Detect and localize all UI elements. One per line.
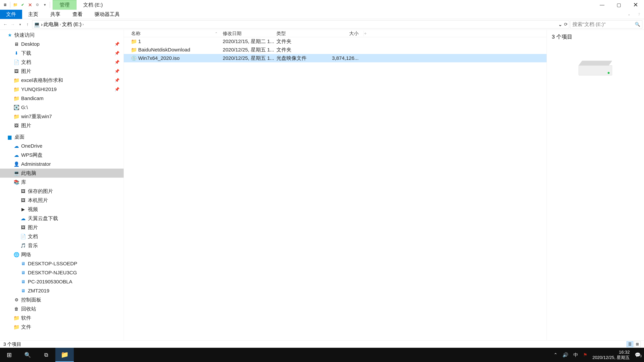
nav-pictures[interactable]: 图片📌 <box>0 67 124 76</box>
network-icon <box>14 252 20 258</box>
action-center-badge: 3 <box>640 355 642 358</box>
nav-documents[interactable]: 文档📌 <box>0 58 124 67</box>
nav-label: YUNQISHI2019 <box>21 86 57 92</box>
nav-label: 图片 <box>21 68 31 75</box>
tab-file[interactable]: 文件 <box>0 10 22 19</box>
nav-documents2[interactable]: 文档 <box>0 232 124 241</box>
nav-network[interactable]: 网络 <box>0 250 124 259</box>
iso-icon <box>131 55 136 61</box>
nav-net-pc1[interactable]: DESKTOP-LSSOEDP <box>0 259 124 268</box>
back-button[interactable]: ← <box>2 21 9 28</box>
qat-app-icon[interactable]: 🖥 <box>2 1 8 8</box>
qat-properties-icon[interactable]: 📁 <box>12 1 18 8</box>
nav-pictures2[interactable]: 图片 <box>0 121 124 130</box>
qat-dropdown-icon[interactable]: ▾ <box>42 1 48 8</box>
nav-recycle-bin[interactable]: 回收站 <box>0 304 124 313</box>
search-input[interactable]: 搜索"文档 (E:)" 🔍 <box>570 20 642 28</box>
folder-icon <box>14 315 20 321</box>
col-name[interactable]: 名称⌃ <box>124 30 223 37</box>
qat-gear-icon[interactable]: ⚙ <box>34 1 41 8</box>
path-dropdown-icon[interactable]: ⌄ <box>558 21 562 27</box>
col-date[interactable]: 修改日期 <box>223 30 276 37</box>
preview-pane: 3 个项目 <box>547 30 644 340</box>
nav-tianyi[interactable]: 天翼云盘下载 <box>0 214 124 223</box>
tab-home[interactable]: 主页 <box>22 10 44 19</box>
col-size[interactable]: 大小 <box>322 30 364 37</box>
file-name: BaiduNetdiskDownload <box>138 47 190 53</box>
qat-delete-icon[interactable]: ✕ <box>27 1 33 8</box>
tray-volume-icon[interactable]: 🔊 <box>562 352 568 358</box>
nav-wps[interactable]: WPS网盘 <box>0 150 124 160</box>
nav-yunqishi[interactable]: YUNQISHI2019📌 <box>0 85 124 94</box>
chevron-right-icon[interactable]: › <box>60 22 61 27</box>
nav-files[interactable]: 文件 <box>0 323 124 332</box>
net-pc-icon <box>20 288 26 294</box>
start-button[interactable] <box>0 348 18 362</box>
qat-checkmark-icon[interactable]: ✔ <box>19 1 26 8</box>
nav-net-pc3[interactable]: PC-20190530OBLA <box>0 277 124 286</box>
path-box[interactable]: 💻 › 此电脑 › 文档 (E:) › ⌄ ⟳ <box>32 20 569 28</box>
tray-chevron-up-icon[interactable]: ⌃ <box>554 352 558 358</box>
nav-camera-roll[interactable]: 本机照片 <box>0 196 124 205</box>
nav-control-panel[interactable]: 控制面板 <box>0 295 124 304</box>
folder-icon <box>14 77 20 83</box>
nav-g-drive[interactable]: G:\ <box>0 103 124 112</box>
nav-desktop[interactable]: Desktop📌 <box>0 39 124 49</box>
recent-locations-icon[interactable]: ▾ <box>16 21 24 28</box>
details-view-button[interactable]: ☰ <box>626 341 633 347</box>
pin-icon: 📌 <box>114 69 120 73</box>
nav-videos[interactable]: 视频 <box>0 205 124 214</box>
col-type[interactable]: 类型 <box>276 30 322 37</box>
nav-saved-pictures[interactable]: 保存的图片 <box>0 187 124 196</box>
nav-downloads[interactable]: 下载📌 <box>0 49 124 58</box>
nav-quick-access[interactable]: 快速访问 <box>0 30 124 39</box>
nav-bandicam[interactable]: Bandicam <box>0 94 124 103</box>
nav-pictures3[interactable]: 图片 <box>0 223 124 232</box>
nav-music[interactable]: 音乐 <box>0 241 124 250</box>
taskbar-search-button[interactable] <box>18 348 37 362</box>
help-icon[interactable]: ❔ <box>634 10 644 19</box>
tab-drive-tools[interactable]: 驱动器工具 <box>88 10 126 19</box>
nav-administrator[interactable]: Administrator <box>0 160 124 169</box>
nav-net-pc4[interactable]: ZMT2019 <box>0 286 124 295</box>
task-view-button[interactable] <box>37 348 55 362</box>
file-item-folder[interactable]: 1 2020/12/15, 星期二 1... 文件夹 <box>124 37 546 45</box>
nav-libraries[interactable]: 库 <box>0 178 124 187</box>
drive-tools-context-tab[interactable]: 管理 <box>53 0 76 10</box>
refresh-icon[interactable]: ⟳ <box>564 22 568 27</box>
tray-clock[interactable]: 16:32 2020/12/25, 星期五 <box>592 350 630 360</box>
close-button[interactable]: ✕ <box>627 0 644 10</box>
taskbar-explorer-button[interactable] <box>55 348 74 362</box>
nav-win7[interactable]: win7重装win7 <box>0 112 124 121</box>
tab-share[interactable]: 共享 <box>44 10 66 19</box>
nav-label: Desktop <box>21 41 40 47</box>
file-item-folder[interactable]: BaiduNetdiskDownload 2020/12/25, 星期五 1..… <box>124 45 546 54</box>
tray-security-icon[interactable]: ⚑ <box>583 352 587 358</box>
search-icon[interactable]: 🔍 <box>635 22 640 27</box>
maximize-button[interactable]: ▢ <box>610 0 627 10</box>
action-center-icon[interactable]: 💬3 <box>635 352 641 358</box>
nav-this-pc[interactable]: 此电脑 <box>0 169 124 178</box>
forward-button[interactable]: → <box>9 21 16 28</box>
pictures-icon <box>20 224 26 230</box>
nav-software[interactable]: 软件 <box>0 313 124 323</box>
desktop-icon <box>14 41 20 47</box>
nav-onedrive[interactable]: OneDrive <box>0 141 124 150</box>
nav-excel[interactable]: excel表格制作求和📌 <box>0 76 124 85</box>
file-type: 文件夹 <box>276 46 322 53</box>
col-add-icon[interactable]: + <box>364 31 367 36</box>
file-item-iso[interactable]: Win7x64_2020.iso 2020/12/25, 星期五 1... 光盘… <box>124 54 546 62</box>
chevron-right-icon[interactable]: › <box>82 22 84 27</box>
nav-desktop-section[interactable]: 桌面 <box>0 132 124 141</box>
up-button[interactable]: ↑ <box>24 21 31 28</box>
breadcrumb-this-pc[interactable]: 此电脑 <box>44 21 59 28</box>
thumbnails-view-button[interactable]: ⊞ <box>634 341 641 347</box>
chevron-right-icon[interactable]: › <box>41 22 42 27</box>
ribbon-collapse-icon[interactable]: ⌄ <box>624 10 634 19</box>
tray-ime-indicator[interactable]: 中 <box>574 352 578 358</box>
minimize-button[interactable]: — <box>594 0 610 10</box>
title-bar: 🖥 📁 ✔ ✕ ⚙ ▾ 管理 文档 (E:) — ▢ ✕ <box>0 0 644 10</box>
tab-view[interactable]: 查看 <box>66 10 88 19</box>
nav-net-pc2[interactable]: DESKTOP-NJEU3CG <box>0 268 124 277</box>
breadcrumb-drive[interactable]: 文档 (E:) <box>62 21 82 28</box>
